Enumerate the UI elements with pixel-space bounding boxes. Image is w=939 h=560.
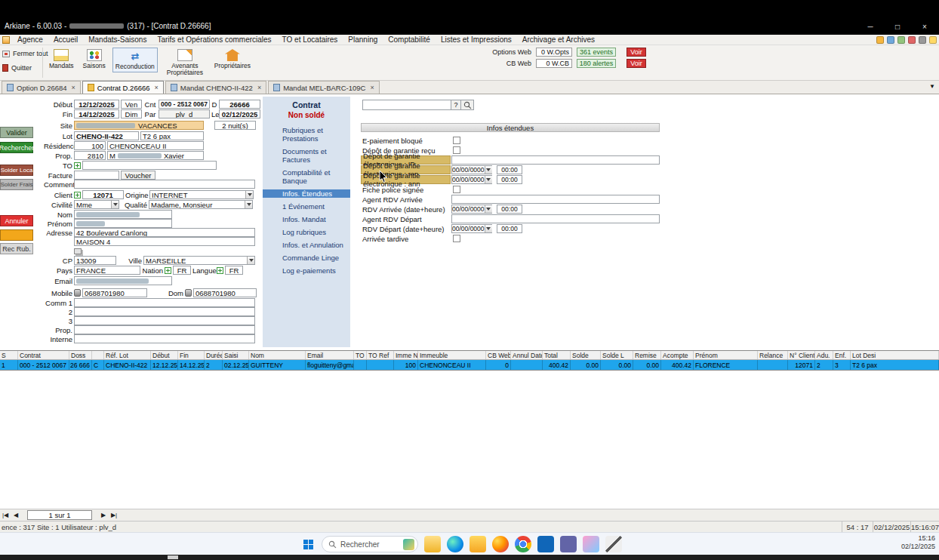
saisi-le-field[interactable]: 02/12/2025 xyxy=(219,109,260,118)
dropdown-icon[interactable] xyxy=(247,257,254,264)
quitter-button[interactable]: Quitter xyxy=(2,64,48,72)
email-input[interactable] xyxy=(74,276,172,285)
rdv-depart-time-input[interactable]: 00:00 xyxy=(497,224,522,233)
column-header[interactable]: Enf. xyxy=(833,351,851,359)
proprietaires-button[interactable]: Propriétaires xyxy=(212,48,253,71)
column-header[interactable]: Prénom xyxy=(694,351,758,359)
column-header[interactable]: N° Client xyxy=(788,351,815,359)
prenom-input[interactable] xyxy=(74,219,172,228)
column-header[interactable]: Annul Date xyxy=(511,351,543,359)
chevron-down-icon[interactable]: ▼ xyxy=(929,83,935,90)
saisons-button[interactable]: Saisons xyxy=(81,48,108,71)
qualite-select[interactable]: Madame, Monsieur xyxy=(149,200,253,209)
rdv-arrivee-date-select[interactable]: 00/00/0000 xyxy=(451,205,492,214)
avenants-proprietaires-button[interactable]: Avenants Propriétaires xyxy=(162,48,208,78)
paint-icon[interactable] xyxy=(583,536,599,552)
add-nation-icon[interactable] xyxy=(165,267,171,274)
rechercher-button[interactable]: Rechercher xyxy=(0,142,33,153)
dropdown-icon[interactable] xyxy=(245,201,252,208)
menu-item-to-locataires[interactable]: TO et Locataires xyxy=(277,35,343,45)
nation-input[interactable]: FR xyxy=(173,266,191,275)
nav-item-rubriques[interactable]: Rubriques et Prestations xyxy=(282,126,347,143)
last-record-button[interactable]: ▶| xyxy=(109,510,119,520)
nav-item-infos-etendues[interactable]: Infos. Étendues xyxy=(263,189,350,198)
menu-item-comptabilite[interactable]: Comptabilité xyxy=(383,35,436,45)
tab-close-icon[interactable]: × xyxy=(153,84,159,91)
comm-prop-input[interactable] xyxy=(74,325,255,334)
nom-input[interactable] xyxy=(74,210,172,219)
add-langue-icon[interactable] xyxy=(217,267,223,274)
search-input[interactable] xyxy=(362,100,451,110)
orange-button[interactable] xyxy=(0,229,33,241)
ville-select[interactable]: MARSEILLE xyxy=(143,256,255,265)
mandats-button[interactable]: Mandats xyxy=(47,48,76,71)
minimize-icon[interactable]: ─ xyxy=(862,21,879,32)
next-record-button[interactable]: ▶ xyxy=(98,510,109,520)
menu-item-planning[interactable]: Planning xyxy=(343,35,383,45)
fiche-police-checkbox[interactable] xyxy=(453,186,460,193)
column-header[interactable]: Durée xyxy=(205,351,223,359)
rec-rub-button[interactable]: Rec Rub. xyxy=(0,243,33,254)
dg-rep-time-input[interactable]: 00:00 xyxy=(497,165,522,174)
tab-mandat-mel-barc[interactable]: Mandat MEL-BARC-109C × xyxy=(268,81,380,94)
tab-close-icon[interactable]: × xyxy=(256,84,261,91)
column-header[interactable]: Total xyxy=(543,351,571,359)
column-header[interactable]: Contrat xyxy=(18,351,69,359)
help-icon[interactable] xyxy=(929,36,937,44)
nav-item-documents[interactable]: Documents et Factures xyxy=(282,147,347,164)
dropdown-icon[interactable] xyxy=(485,205,492,213)
comment-input[interactable] xyxy=(74,180,255,189)
interne-input[interactable] xyxy=(74,334,255,343)
rdv-arrivee-time-input[interactable]: 00:00 xyxy=(497,205,522,214)
edge-icon[interactable] xyxy=(447,536,463,552)
agent-arrivee-input[interactable] xyxy=(451,195,660,204)
menu-item-listes-impressions[interactable]: Listes et Impressions xyxy=(436,35,517,45)
column-header[interactable]: Email xyxy=(306,351,354,359)
menu-item-accueil[interactable]: Accueil xyxy=(48,35,83,45)
add-client-icon[interactable] xyxy=(74,192,81,198)
nav-item-evenement[interactable]: 1 Événement xyxy=(282,202,347,211)
nav-item-log-rubriques[interactable]: Log rubriques xyxy=(282,228,347,236)
column-header[interactable]: Solde xyxy=(571,351,601,359)
column-header[interactable]: Nom xyxy=(249,351,306,359)
column-header[interactable] xyxy=(92,351,104,359)
mail-icon[interactable] xyxy=(424,536,441,552)
teams-icon[interactable] xyxy=(560,536,577,552)
dom-input[interactable]: 0688701980 xyxy=(193,288,257,297)
nav-item-comptabilite[interactable]: Comptabilité et Banque xyxy=(282,168,347,185)
proprietaire-name-field[interactable]: M Xavier xyxy=(107,151,204,160)
search-highlight-icon[interactable] xyxy=(403,539,414,550)
phone-icon[interactable] xyxy=(74,289,81,297)
nav-item-infos-annulation[interactable]: Infos. et Annulation xyxy=(282,241,347,249)
annuler-button[interactable]: Annuler xyxy=(0,215,33,226)
column-header[interactable]: Adu. xyxy=(815,351,833,359)
help-icon[interactable]: ? xyxy=(451,100,461,110)
nav-item-commande-linge[interactable]: Commande Linge xyxy=(282,254,347,262)
debut-input[interactable]: 12/12/2025 xyxy=(74,100,119,109)
column-header[interactable]: Relance xyxy=(758,351,788,359)
comm1-input[interactable] xyxy=(74,298,255,307)
adresse1-input[interactable]: 42 Boulevard Canlong xyxy=(74,228,255,237)
fin-input[interactable]: 14/12/2025 xyxy=(74,109,119,118)
dg-rep-date-select[interactable]: 00/00/0000 xyxy=(451,165,492,174)
document-window-icon[interactable] xyxy=(2,36,10,44)
print-icon[interactable] xyxy=(919,36,926,44)
voir-cb-button[interactable]: Voir xyxy=(627,59,646,68)
agent-depart-input[interactable] xyxy=(451,214,660,223)
window-icon[interactable] xyxy=(887,36,894,44)
pen-icon[interactable] xyxy=(605,536,622,552)
add-to-icon[interactable] xyxy=(74,162,81,169)
column-header[interactable]: TO Ref xyxy=(367,351,394,359)
column-header[interactable]: CB Web xyxy=(486,351,511,359)
residence-name-field[interactable]: CHENONCEAU II xyxy=(107,141,204,150)
civilite-select[interactable]: Mme xyxy=(74,200,119,209)
voir-options-button[interactable]: Voir xyxy=(627,48,646,57)
search-button[interactable] xyxy=(461,100,474,110)
par-field[interactable]: plv_d xyxy=(159,109,210,118)
previous-record-button[interactable]: ◀ xyxy=(11,510,21,520)
origine-select[interactable]: INTERNET xyxy=(149,190,254,199)
tab-contrat-26666[interactable]: Contrat D.26666 × xyxy=(82,81,164,94)
pays-input[interactable]: FRANCE xyxy=(74,266,140,275)
column-header[interactable]: Imme N° xyxy=(394,351,418,359)
arrivee-tardive-checkbox[interactable] xyxy=(453,235,460,242)
